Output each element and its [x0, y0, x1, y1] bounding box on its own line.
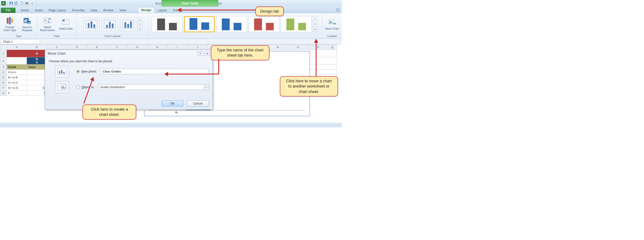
row-header[interactable]: 1: [0, 50, 7, 57]
cell[interactable]: D+ to D-: [7, 85, 27, 91]
change-chart-type-button[interactable]: Change Chart Type: [2, 16, 17, 32]
chart-style-4[interactable]: [249, 16, 279, 32]
tab-data[interactable]: Data: [88, 8, 100, 13]
col-header[interactable]: J: [188, 45, 208, 50]
row-header[interactable]: 3: [0, 64, 7, 70]
dialog-prompt: Choose where you want the chart to be pl…: [49, 59, 209, 63]
group-data-label: Data: [37, 34, 76, 39]
col-header[interactable]: C: [47, 45, 67, 50]
chart-layout-1[interactable]: [84, 17, 100, 31]
qat-customize-icon[interactable]: ▾: [30, 1, 34, 5]
callout-click-create: Click here to create a chart sheet.: [82, 105, 136, 120]
row-header[interactable]: 7: [0, 85, 7, 91]
cell[interactable]: [27, 80, 47, 85]
tab-design[interactable]: Design: [138, 7, 155, 13]
tab-view[interactable]: View: [116, 8, 129, 13]
chart-layout-3[interactable]: [120, 17, 136, 31]
object-in-label: Object in:: [82, 85, 94, 89]
scroll-down-icon[interactable]: ▾: [138, 22, 142, 26]
col-header[interactable]: A: [7, 45, 27, 50]
chart-layout-2[interactable]: [102, 17, 118, 31]
cell[interactable]: 10: [27, 85, 47, 91]
cell[interactable]: F: [7, 91, 27, 96]
label: Change Chart Type: [2, 26, 17, 32]
move-chart-icon: [328, 18, 336, 26]
col-header[interactable]: B: [27, 45, 47, 50]
row-header[interactable]: 2: [0, 57, 7, 64]
print-icon[interactable]: [25, 1, 29, 5]
col-header[interactable]: H: [147, 45, 168, 50]
col-header[interactable]: P: [308, 45, 328, 50]
ribbon-tabstrip: File Home Insert Page Layout Formulas Da…: [0, 6, 342, 13]
ok-button[interactable]: OK: [162, 100, 184, 107]
row-header[interactable]: 8: [0, 91, 7, 96]
svg-rect-4: [26, 2, 28, 3]
svg-rect-1: [10, 3, 12, 4]
row-header[interactable]: 5: [0, 75, 7, 80]
col-header[interactable]: I: [168, 45, 188, 50]
cancel-button[interactable]: Cancel: [187, 100, 209, 107]
chart-styles-scroll[interactable]: ▴ ▾ ▾: [312, 16, 318, 32]
object-in-icon: [55, 81, 69, 93]
object-in-combo[interactable]: Grade Distribution ▾: [98, 84, 209, 90]
chart-layouts-scroll[interactable]: ▴ ▾ ▾: [138, 17, 142, 31]
dialog-help-button[interactable]: ?: [197, 51, 203, 56]
tab-formulas[interactable]: Formulas: [69, 8, 88, 13]
select-data-button[interactable]: Select Data: [58, 18, 74, 30]
col-header[interactable]: D: [67, 45, 87, 50]
svg-rect-23: [59, 71, 60, 74]
tab-file[interactable]: File: [1, 8, 16, 13]
col-header[interactable]: N: [268, 45, 288, 50]
chart-style-3[interactable]: [216, 16, 247, 32]
save-as-template-button[interactable]: Save As Template: [20, 16, 34, 32]
cell[interactable]: 5: [27, 91, 47, 96]
object-in-radio[interactable]: [76, 86, 80, 89]
object-in-value: Grade Distribution: [100, 85, 125, 89]
tab-review[interactable]: Review: [100, 8, 116, 13]
scroll-down-icon[interactable]: ▾: [313, 21, 317, 27]
expand-gallery-icon[interactable]: ▾: [138, 27, 142, 31]
cell[interactable]: A to A-: [7, 70, 27, 75]
svg-rect-17: [62, 20, 64, 21]
scroll-up-icon[interactable]: ▴: [313, 16, 317, 21]
switch-row-column-button[interactable]: Switch Row/Column: [40, 16, 55, 32]
excel-app-icon[interactable]: X: [1, 1, 6, 5]
row-header[interactable]: 4: [0, 70, 7, 75]
tab-home[interactable]: Home: [18, 8, 32, 13]
scroll-up-icon[interactable]: ▴: [138, 18, 142, 22]
name-box[interactable]: Chart 1: [1, 39, 40, 44]
chart-style-1[interactable]: [152, 16, 182, 32]
move-chart-dialog: Move Chart ? ✕ Choose where you want the…: [45, 50, 213, 110]
dialog-title: Move Chart: [48, 52, 66, 56]
cell[interactable]: B+ to B-: [7, 75, 27, 80]
chart-style-5[interactable]: [281, 16, 312, 32]
svg-rect-33: [63, 86, 64, 88]
group-chart-styles-label: [148, 34, 322, 39]
save-icon[interactable]: [9, 1, 13, 5]
col-header[interactable]: E: [87, 45, 107, 50]
row-header[interactable]: 6: [0, 80, 7, 85]
cell[interactable]: [27, 70, 47, 75]
col-header[interactable]: O: [288, 45, 308, 50]
cell[interactable]: [27, 75, 47, 80]
col-header[interactable]: G: [127, 45, 147, 50]
tab-page-layout[interactable]: Page Layout: [46, 8, 69, 13]
cell[interactable]: C+ to C-: [7, 80, 27, 85]
chart-tools-contextual-tab: Chart Tools: [162, 0, 218, 6]
chevron-down-icon[interactable]: ▾: [204, 85, 208, 90]
select-all-corner[interactable]: [0, 45, 7, 50]
tab-insert[interactable]: Insert: [32, 8, 46, 13]
undo-icon[interactable]: [14, 1, 18, 5]
new-sheet-radio[interactable]: [76, 70, 80, 73]
dialog-close-button[interactable]: ✕: [204, 51, 210, 56]
svg-rect-8: [26, 19, 27, 22]
redo-icon[interactable]: [20, 1, 24, 5]
col-header[interactable]: F: [107, 45, 127, 50]
chart-style-2[interactable]: [184, 16, 214, 32]
expand-gallery-icon[interactable]: ▾: [313, 27, 317, 32]
col-header[interactable]: Q: [328, 45, 337, 50]
tab-layout[interactable]: Layout: [154, 8, 170, 13]
move-chart-button[interactable]: Move Chart: [325, 18, 339, 30]
help-icon[interactable]: ⓘ: [336, 8, 340, 12]
callout-design-tab: Design tab: [256, 6, 284, 16]
